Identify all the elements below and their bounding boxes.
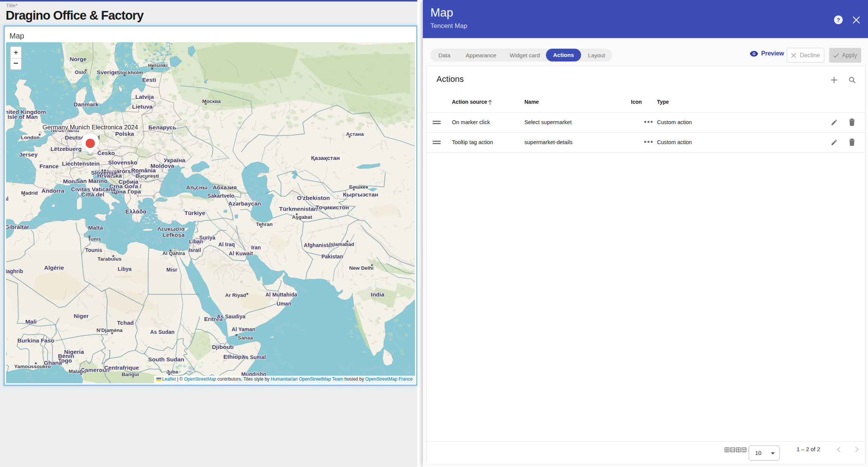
svg-text:Црна Гора: Црна Гора	[111, 188, 141, 195]
svg-text:London: London	[21, 135, 39, 140]
svg-text:Sverige: Sverige	[97, 69, 118, 75]
svg-text:București: București	[136, 173, 159, 179]
svg-text:Madrid: Madrid	[21, 190, 38, 196]
svg-text:România: România	[131, 167, 156, 174]
svg-text:Yamoussoukro: Yamoussoukro	[14, 364, 51, 369]
svg-text:Sakartvelo: Sakartvelo	[208, 193, 234, 199]
svg-text:Gibraltar: Gibraltar	[6, 224, 29, 230]
svg-text:Sanaa: Sanaa	[238, 335, 253, 341]
svg-text:Latvija: Latvija	[135, 94, 154, 100]
svg-text:Azərbaycan: Azərbaycan	[228, 200, 261, 207]
svg-text:Norge: Norge	[70, 56, 87, 62]
svg-text:Isle of Man: Isle of Man	[8, 114, 38, 120]
svg-text:Danmark: Danmark	[74, 101, 99, 108]
svg-text:Centrafrique: Centrafrique	[104, 364, 139, 371]
svg-text:Oslo: Oslo	[75, 69, 86, 75]
svg-text:Lëtzebuerg: Lëtzebuerg	[51, 146, 82, 152]
svg-text:Mali: Mali	[25, 318, 37, 325]
svg-text:Lietuva: Lietuva	[132, 103, 153, 110]
svg-text:Nigeria: Nigeria	[64, 349, 84, 355]
svg-text:Uman: Uman	[277, 301, 291, 307]
svg-text:Iran: Iran	[251, 244, 261, 250]
svg-text:As Sudan: As Sudan	[150, 329, 175, 335]
svg-text:France: France	[40, 163, 59, 169]
svg-text:Кыргызстан: Кыргызстан	[343, 191, 378, 198]
svg-text:Malabo: Malabo	[69, 369, 86, 374]
svg-text:Tunis: Tunis	[88, 236, 101, 242]
svg-text:Israil: Israil	[189, 247, 201, 253]
svg-text:- Lefkoşa: - Lefkoşa	[159, 232, 185, 238]
svg-text:Eesti: Eesti	[142, 77, 156, 83]
svg-text:Λευκωσία: Λευκωσία	[157, 226, 185, 232]
svg-text:Қазақстан: Қазақстан	[311, 155, 340, 161]
svg-text:India: India	[371, 291, 385, 298]
svg-text:Juba: Juba	[166, 369, 178, 375]
svg-text:Al Yaman: Al Yaman	[232, 326, 256, 332]
svg-text:Malta: Malta	[88, 224, 103, 231]
svg-text:Polska: Polska	[115, 131, 134, 137]
svg-text:Аҧсны - Абхазия: Аҧсны - Абхазия	[186, 184, 237, 190]
svg-text:Ar Riyad: Ar Riyad	[225, 292, 246, 298]
svg-text:Bangui: Bangui	[122, 372, 139, 377]
svg-text:Türkmenistan: Türkmenistan	[279, 206, 318, 212]
svg-text:Tarabulus: Tarabulus	[97, 256, 122, 262]
svg-text:Burkina Faso: Burkina Faso	[17, 337, 54, 344]
svg-text:Tchad: Tchad	[117, 320, 134, 326]
svg-text:Suriya: Suriya	[199, 235, 216, 241]
svg-text:Ελλάδα: Ελλάδα	[125, 208, 146, 215]
svg-text:Москва: Москва	[202, 98, 221, 104]
svg-text:As Sumal: As Sumal	[242, 354, 266, 360]
svg-text:Tounis: Tounis	[85, 247, 102, 253]
svg-text:Tehran: Tehran	[256, 221, 273, 227]
svg-text:ugal: ugal	[6, 196, 8, 202]
svg-text:Бишкек: Бишкек	[349, 184, 368, 190]
svg-text:Islamabad: Islamabad	[329, 241, 354, 247]
svg-text:Al Kuwait: Al Kuwait	[229, 250, 253, 257]
svg-text:Jersey: Jersey	[19, 151, 38, 158]
svg-text:Helsinki: Helsinki	[148, 63, 168, 68]
svg-text:Slovensko: Slovensko	[108, 159, 137, 166]
svg-text:Астана: Астана	[346, 131, 364, 137]
svg-text:Aşgabat: Aşgabat	[292, 214, 312, 220]
svg-text:Niger: Niger	[74, 313, 89, 319]
svg-text:N'Djaména: N'Djaména	[96, 327, 123, 333]
svg-text:Al Qahira: Al Qahira	[162, 250, 185, 256]
svg-text:Andorra: Andorra	[42, 187, 65, 194]
svg-text:Türkiye: Türkiye	[184, 210, 205, 216]
svg-text:New Delhi: New Delhi	[349, 265, 374, 271]
svg-text:O'zbekiston: O'zbekiston	[297, 195, 330, 201]
svg-text:Pakistan: Pakistan	[321, 253, 343, 260]
svg-text:Liechtenstein: Liechtenstein	[62, 160, 100, 167]
svg-text:Тоҷикистон: Тоҷикистон	[316, 204, 349, 210]
svg-text:Беларусь: Беларусь	[148, 124, 176, 131]
svg-text:Algérie: Algérie	[44, 264, 64, 271]
svg-text:Djibouti: Djibouti	[212, 344, 234, 350]
svg-text:San Marino: San Marino	[76, 178, 108, 184]
svg-text:Libya: Libya	[118, 266, 132, 272]
svg-text:Misr: Misr	[167, 267, 177, 273]
svg-text:Al Iraq: Al Iraq	[218, 241, 235, 247]
svg-text:Al Muttahida: Al Muttahida	[265, 292, 297, 298]
svg-text:- Città del: - Città del	[78, 191, 105, 198]
svg-text:Stockholm: Stockholm	[117, 70, 143, 75]
svg-text:Al Maghrib: Al Maghrib	[6, 268, 23, 274]
svg-text:South Sudan: South Sudan	[148, 356, 184, 363]
svg-text:As Saudiya: As Saudiya	[217, 313, 245, 320]
svg-text:Slovenija: Slovenija	[91, 169, 117, 176]
